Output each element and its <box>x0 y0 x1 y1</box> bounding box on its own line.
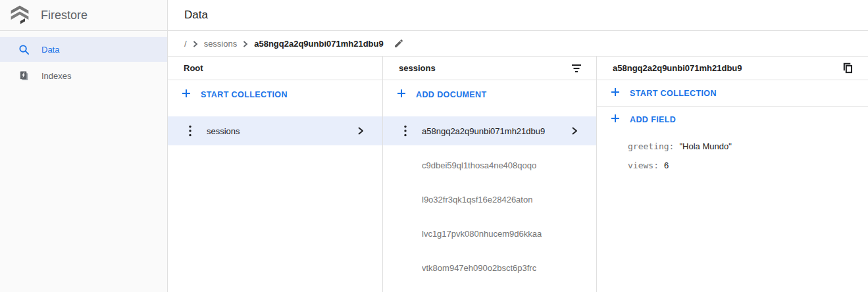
firestore-console: Firestore Data <box>0 0 868 292</box>
field-name: greeting: <box>628 141 674 151</box>
row-label: lvc1g17pvk080nhucem9d6kkaa <box>422 229 542 239</box>
chevron-right-icon <box>193 41 198 47</box>
panel-document: a58ngq2a2q9unbi071mh21dbu9 START COLLECT… <box>597 57 868 292</box>
start-collection-button[interactable]: START COLLECTION <box>597 80 868 107</box>
row-label: vtk8om947eh090o2bsct6p3frc <box>422 263 536 273</box>
main-content: Data / sessions a58ngq2a2q9unbi071mh21db… <box>168 0 868 292</box>
breadcrumb-collection[interactable]: sessions <box>204 39 238 49</box>
main-header: Data <box>168 0 868 31</box>
search-icon <box>18 44 30 55</box>
panel-title: sessions <box>399 63 436 73</box>
indexes-icon <box>18 70 30 82</box>
chevron-right-icon <box>571 126 578 135</box>
action-label: ADD DOCUMENT <box>416 90 487 99</box>
plus-icon <box>611 87 620 99</box>
add-field-button[interactable]: ADD FIELD <box>597 107 868 133</box>
start-collection-button[interactable]: START COLLECTION <box>168 80 382 109</box>
document-list: a58ngq2a2q9unbi071mh21dbu9 c9dbei59ql1th… <box>383 116 596 287</box>
chevron-right-icon <box>357 126 364 135</box>
document-row[interactable]: l9o32fr3qk1qsf16e28426aton <box>383 185 596 214</box>
sidebar: Firestore Data <box>0 0 168 292</box>
plus-icon <box>182 89 191 101</box>
document-row[interactable]: c9dbei59ql1thosa4ne408qoqo <box>383 151 596 180</box>
filter-icon[interactable] <box>571 64 582 73</box>
breadcrumb-document: a58ngq2a2q9unbi071mh21dbu9 <box>254 39 384 49</box>
field-row[interactable]: views: 6 <box>628 156 868 175</box>
field-value: 6 <box>664 160 669 170</box>
sidebar-nav: Data Indexes <box>0 31 167 88</box>
breadcrumb: / sessions a58ngq2a2q9unbi071mh21dbu9 <box>168 31 868 57</box>
firestore-logo-icon <box>9 3 30 27</box>
plus-icon <box>611 114 620 126</box>
collection-list: sessions <box>168 116 382 151</box>
panel-collection-header: sessions <box>383 57 596 80</box>
copy-icon[interactable] <box>842 62 854 74</box>
field-value: "Hola Mundo" <box>679 141 731 151</box>
sidebar-item-label: Data <box>41 45 59 55</box>
field-list: greeting: "Hola Mundo" views: 6 <box>597 133 868 175</box>
row-label: sessions <box>207 126 240 136</box>
add-document-button[interactable]: ADD DOCUMENT <box>383 80 596 109</box>
row-label: a58ngq2a2q9unbi071mh21dbu9 <box>422 126 545 136</box>
panel-collection: sessions ADD DOCUMENT <box>383 57 597 292</box>
sidebar-header: Firestore <box>0 0 167 31</box>
app-title: Firestore <box>41 9 88 22</box>
plus-icon <box>397 89 406 101</box>
sidebar-item-data[interactable]: Data <box>0 37 167 62</box>
page-title: Data <box>184 9 208 22</box>
action-label: ADD FIELD <box>630 115 676 124</box>
row-menu-icon[interactable] <box>404 125 407 137</box>
field-row[interactable]: greeting: "Hola Mundo" <box>628 137 868 156</box>
panel-title: a58ngq2a2q9unbi071mh21dbu9 <box>613 63 742 73</box>
document-row[interactable]: vtk8om947eh090o2bsct6p3frc <box>383 253 596 282</box>
collection-row[interactable]: sessions <box>168 116 382 145</box>
row-menu-icon[interactable] <box>189 125 191 137</box>
edit-pencil-icon[interactable] <box>394 38 404 49</box>
document-row[interactable]: a58ngq2a2q9unbi071mh21dbu9 <box>383 116 596 145</box>
row-label: l9o32fr3qk1qsf16e28426aton <box>422 195 532 205</box>
panel-root: Root START COLLECTION ses <box>168 57 383 292</box>
document-row[interactable]: lvc1g17pvk080nhucem9d6kkaa <box>383 219 596 248</box>
panel-root-header: Root <box>168 57 382 80</box>
chevron-right-icon <box>243 41 248 47</box>
panel-document-header: a58ngq2a2q9unbi071mh21dbu9 <box>597 57 868 80</box>
panels: Root START COLLECTION ses <box>168 57 868 292</box>
sidebar-item-label: Indexes <box>41 71 72 81</box>
row-label: c9dbei59ql1thosa4ne408qoqo <box>422 160 536 170</box>
sidebar-item-indexes[interactable]: Indexes <box>0 63 167 88</box>
panel-title: Root <box>184 63 203 73</box>
action-label: START COLLECTION <box>630 89 717 98</box>
field-name: views: <box>628 160 659 170</box>
breadcrumb-root[interactable]: / <box>184 39 187 49</box>
action-label: START COLLECTION <box>201 90 288 99</box>
